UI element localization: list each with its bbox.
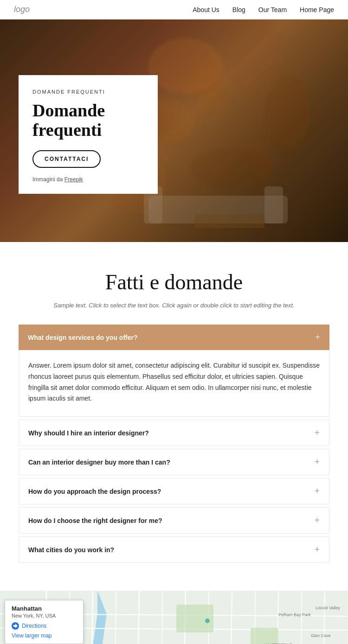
svg-point-0 — [148, 38, 223, 94]
faq-item-4[interactable]: What cities do you work in? + — [19, 536, 329, 563]
nav-team[interactable]: Our Team — [258, 6, 287, 13]
svg-text:Pelham Bay Park: Pelham Bay Park — [278, 612, 311, 617]
map-popup: Manhattan New York, NY, USA Directions V… — [5, 600, 84, 644]
nav-about[interactable]: About Us — [193, 6, 219, 13]
svg-point-56 — [205, 618, 210, 623]
faq-plus-icon-3: + — [315, 515, 320, 526]
faq-item-2[interactable]: How do you approach the design process? … — [19, 478, 329, 504]
faq-item-active[interactable]: What design services do you offer? + — [19, 325, 329, 350]
hero-card-footer: Immagini da Freepik — [32, 176, 144, 183]
directions-icon — [12, 622, 19, 630]
faq-question-4: What cities do you work in? — [28, 546, 114, 554]
navbar: logo About Us Blog Our Team Home Page — [0, 0, 348, 19]
faq-answer-text: Answer. Lorem ipsum dolor sit amet, cons… — [28, 360, 320, 404]
nav-blog[interactable]: Blog — [232, 6, 245, 13]
faq-item-1[interactable]: Can an interior designer buy more than I… — [19, 449, 329, 475]
svg-point-4 — [190, 149, 274, 186]
hero-card-title: Domande frequenti — [32, 101, 144, 140]
hero-section: DOMANDE FREQUENTI Domande frequenti CONT… — [0, 19, 348, 242]
svg-rect-33 — [251, 628, 278, 644]
contact-button[interactable]: CONTATTACI — [32, 150, 101, 168]
faq-answer: Answer. Lorem ipsum dolor sit amet, cons… — [19, 350, 329, 417]
faq-question-1: Can an interior designer buy more than I… — [28, 459, 170, 466]
faq-plus-icon-2: + — [315, 486, 320, 497]
faq-title: Fatti e domande — [19, 270, 329, 294]
freepik-link[interactable]: Freepik — [64, 176, 83, 183]
faq-active-plus-icon: + — [315, 332, 320, 343]
faq-item-0[interactable]: Why should I hire an interior designer? … — [19, 420, 329, 446]
faq-active-question: What design services do you offer? — [28, 334, 138, 341]
nav-links: About Us Blog Our Team Home Page — [193, 6, 334, 14]
svg-point-3 — [264, 75, 311, 149]
map-section: MANHATTAN ASTORIA JACKSON HEIGHTS HARLEM… — [0, 591, 348, 644]
faq-section: Fatti e domande Sample text. Click to se… — [0, 242, 348, 577]
faq-plus-icon-1: + — [315, 457, 320, 467]
logo[interactable]: logo — [14, 5, 30, 14]
svg-marker-58 — [13, 624, 18, 628]
faq-question-3: How do I choose the right designer for m… — [28, 517, 162, 524]
directions-button[interactable]: Directions — [12, 622, 77, 630]
svg-rect-8 — [264, 186, 283, 223]
svg-text:Locust Valley: Locust Valley — [316, 606, 340, 610]
faq-subtitle: Sample text. Click to select the text bo… — [19, 302, 329, 309]
directions-label: Directions — [22, 623, 46, 629]
svg-rect-32 — [176, 605, 213, 632]
hero-card: DOMANDE FREQUENTI Domande frequenti CONT… — [19, 75, 158, 194]
nav-homepage[interactable]: Home Page — [300, 6, 334, 13]
svg-text:Glen Cove: Glen Cove — [311, 633, 331, 638]
svg-rect-9 — [195, 214, 264, 228]
faq-question-0: Why should I hire an interior designer? — [28, 429, 149, 437]
faq-plus-icon-4: + — [315, 544, 320, 555]
faq-plus-icon-0: + — [315, 427, 320, 438]
map-popup-subtitle: New York, NY, USA — [12, 613, 77, 618]
larger-map-link[interactable]: View larger map — [12, 632, 77, 639]
faq-item-3[interactable]: How do I choose the right designer for m… — [19, 507, 329, 534]
hero-card-label: DOMANDE FREQUENTI — [32, 89, 144, 95]
map-popup-title: Manhattan — [12, 605, 77, 612]
faq-question-2: How do you approach the design process? — [28, 488, 161, 495]
